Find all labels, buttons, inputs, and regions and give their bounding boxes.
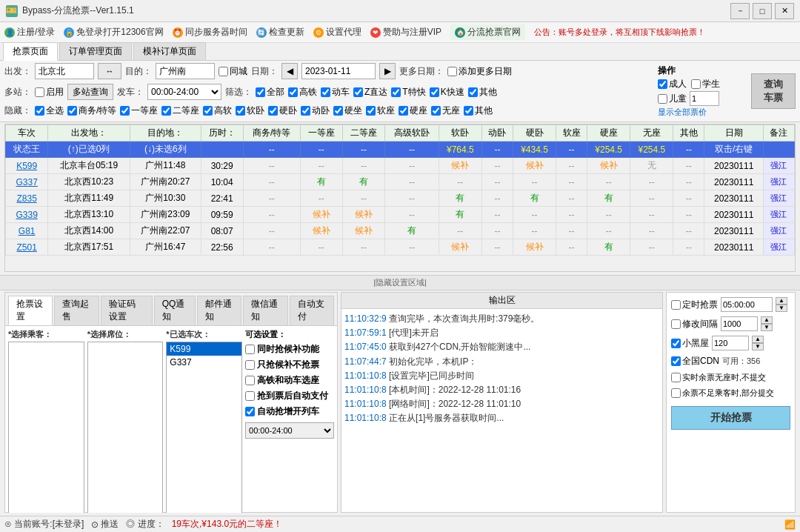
toolbar-sync-time[interactable]: ⏰ 同步服务器时间 bbox=[173, 26, 247, 39]
table-row[interactable]: K599北京丰台05:19广州11:4830:29--------候补--候补-… bbox=[6, 158, 795, 174]
to-input[interactable] bbox=[156, 63, 215, 79]
train-list-item[interactable]: K599 bbox=[167, 342, 241, 356]
interval-up[interactable]: ▲ bbox=[761, 316, 773, 324]
filter-other[interactable]: 其他 bbox=[468, 86, 497, 99]
seat-list[interactable] bbox=[87, 342, 164, 513]
output-content[interactable]: 11:10:32:9 查询完毕，本次查询共用时:379毫秒。11:07:59:1… bbox=[341, 309, 662, 512]
blackroom-up[interactable]: ▲ bbox=[752, 336, 764, 343]
query-button[interactable]: 查询 车票 bbox=[751, 73, 796, 109]
next-date-button[interactable]: ▶ bbox=[379, 63, 396, 79]
toolbar-quick-login[interactable]: 🔓 免登录打开12306官网 bbox=[64, 26, 163, 39]
train-list[interactable]: K599 G337 bbox=[166, 342, 242, 513]
toolbar-proxy[interactable]: ⚙ 设置代理 bbox=[313, 26, 361, 39]
start-grab-button[interactable]: 开始抢票 bbox=[671, 406, 790, 430]
hide-second[interactable]: 二等座 bbox=[161, 104, 199, 117]
multi-station-enable-label: 启用 bbox=[46, 86, 64, 99]
interval-input[interactable] bbox=[721, 316, 758, 331]
blackroom-check[interactable]: 小黑屋 bbox=[671, 337, 709, 350]
status-col14: ¥254.5 bbox=[630, 142, 673, 158]
toolbar-vip[interactable]: ❤ 赞助与注册VIP bbox=[370, 26, 441, 39]
hide-soft-sleeper[interactable]: 软卧 bbox=[236, 104, 264, 117]
blackroom-input[interactable] bbox=[712, 336, 749, 350]
student-check[interactable]: 学生 bbox=[691, 78, 720, 90]
grab-tab-wechat[interactable]: 微信通知 bbox=[243, 296, 287, 325]
passenger-list[interactable] bbox=[8, 342, 84, 513]
grab-tab-qq[interactable]: QQ通知 bbox=[154, 296, 196, 325]
timed-grab-up[interactable]: ▲ bbox=[776, 297, 787, 305]
hide-first[interactable]: 一等座 bbox=[120, 104, 158, 117]
no-empty-check[interactable]: 实时余票无座时,不提交 bbox=[671, 372, 766, 383]
hide-premium-soft[interactable]: 高软 bbox=[203, 104, 232, 117]
grab-tab-query[interactable]: 查询起售 bbox=[54, 296, 99, 325]
train-list-item[interactable]: G337 bbox=[167, 356, 241, 369]
table-row[interactable]: Z835北京西11:49广州10:3022:41--------有--有--有-… bbox=[6, 190, 795, 207]
option-no-patch[interactable]: 只抢候补不抢票 bbox=[245, 359, 334, 371]
status-row[interactable]: 状态王 (↑)已选0列 (↓)未选6列 -- -- -- -- ¥764.5 -… bbox=[6, 142, 795, 158]
table-row[interactable]: G81北京西14:00广州南22:0708:07--候补候补有---------… bbox=[6, 223, 795, 239]
filter-t[interactable]: T特快 bbox=[391, 86, 425, 99]
table-row[interactable]: Z501北京西17:51广州16:4722:56--------候补--候补--… bbox=[6, 239, 795, 256]
table-row[interactable]: G339北京西13:10广州南23:0909:59--候补候补--有------… bbox=[6, 207, 795, 223]
same-city-check[interactable]: 同城 bbox=[219, 65, 247, 78]
same-city-checkbox[interactable] bbox=[219, 67, 228, 76]
filter-z[interactable]: Z直达 bbox=[353, 86, 387, 99]
timed-grab-down[interactable]: ▼ bbox=[776, 305, 787, 312]
hide-other[interactable]: 其他 bbox=[464, 104, 493, 117]
option-auto-pay[interactable]: 抢到票后自动支付 bbox=[245, 390, 334, 402]
tab-grab[interactable]: 抢票页面 bbox=[3, 42, 58, 61]
grab-tab-settings[interactable]: 抢票设置 bbox=[8, 296, 53, 325]
depart-time-select[interactable]: 00:00-24:00 bbox=[147, 84, 221, 100]
table-cell: 候补 bbox=[513, 239, 556, 256]
multi-station-button[interactable]: 多站查询 bbox=[67, 84, 113, 100]
timed-grab-check[interactable]: 定时抢票 bbox=[671, 299, 718, 311]
filter-all[interactable]: 全部 bbox=[256, 86, 284, 99]
filter-high-speed[interactable]: 高铁 bbox=[288, 86, 317, 99]
tab-orders[interactable]: 订单管理页面 bbox=[59, 42, 132, 60]
table-cell: -- bbox=[385, 239, 439, 256]
toolbar-check-update[interactable]: 🔄 检查更新 bbox=[256, 26, 304, 39]
date-input[interactable] bbox=[301, 63, 376, 79]
minimize-button[interactable]: － bbox=[730, 3, 750, 19]
cdn-check[interactable]: 全国CDN bbox=[671, 355, 719, 368]
hide-no-seat[interactable]: 无座 bbox=[431, 104, 460, 117]
filter-k[interactable]: K快速 bbox=[430, 86, 464, 99]
hide-business[interactable]: 商务/特等 bbox=[67, 104, 116, 117]
interval-down[interactable]: ▼ bbox=[761, 324, 773, 331]
multi-station-checkbox[interactable] bbox=[35, 87, 44, 97]
show-price-link[interactable]: 显示全部票价 bbox=[658, 107, 747, 118]
add-more-dates-check[interactable]: 添加更多日期 bbox=[447, 65, 512, 78]
hide-hard-sleeper[interactable]: 硬卧 bbox=[268, 104, 297, 117]
grab-tab-email[interactable]: 邮件通知 bbox=[197, 296, 241, 325]
maximize-button[interactable]: □ bbox=[753, 3, 772, 19]
option-patch[interactable]: 同时抢候补功能 bbox=[245, 343, 334, 356]
toolbar-official[interactable]: 🏠 分流抢票官网 bbox=[450, 24, 525, 40]
table-row[interactable]: G337北京西10:23广州南20:2710:04--有有-----------… bbox=[6, 174, 795, 190]
grab-tab-autopay[interactable]: 自动支付 bbox=[290, 296, 334, 325]
grab-tab-captcha[interactable]: 验证码设置 bbox=[101, 296, 153, 325]
option-extra-train[interactable]: 自动抢增开列车 bbox=[245, 405, 334, 418]
table-cell: -- bbox=[630, 223, 673, 239]
option-high-emu-seat[interactable]: 高铁和动车选座 bbox=[245, 374, 334, 387]
prev-date-button[interactable]: ◀ bbox=[281, 63, 298, 79]
hide-all[interactable]: 全选 bbox=[35, 104, 64, 117]
filter-emu[interactable]: 动车 bbox=[321, 86, 350, 99]
adult-check[interactable]: 成人 bbox=[658, 78, 687, 90]
add-more-dates-checkbox[interactable] bbox=[447, 67, 457, 76]
from-input[interactable] bbox=[35, 63, 94, 79]
child-check[interactable]: 儿童 bbox=[658, 93, 687, 105]
hide-hard-seat2[interactable]: 硬座 bbox=[399, 104, 427, 117]
multi-station-enable[interactable]: 启用 bbox=[35, 86, 64, 99]
timed-grab-input[interactable] bbox=[721, 297, 773, 312]
partial-check[interactable]: 余票不足乘客时,部分提交 bbox=[671, 388, 774, 399]
time-range-select[interactable]: 00:00-24:00 bbox=[245, 422, 334, 439]
toolbar-login[interactable]: 👤 注册/登录 bbox=[4, 26, 55, 39]
hide-hard-seat[interactable]: 硬坐 bbox=[333, 104, 362, 117]
close-button[interactable]: ✕ bbox=[775, 3, 794, 19]
child-count-input[interactable] bbox=[690, 91, 719, 106]
hide-soft-seat[interactable]: 软座 bbox=[366, 104, 395, 117]
hide-dynamic-bed[interactable]: 动卧 bbox=[301, 104, 330, 117]
blackroom-down[interactable]: ▼ bbox=[752, 343, 764, 350]
interval-check[interactable]: 修改间隔 bbox=[671, 318, 718, 330]
swap-button[interactable]: ↔ bbox=[98, 63, 121, 79]
tab-patch[interactable]: 模补订单页面 bbox=[133, 42, 206, 60]
